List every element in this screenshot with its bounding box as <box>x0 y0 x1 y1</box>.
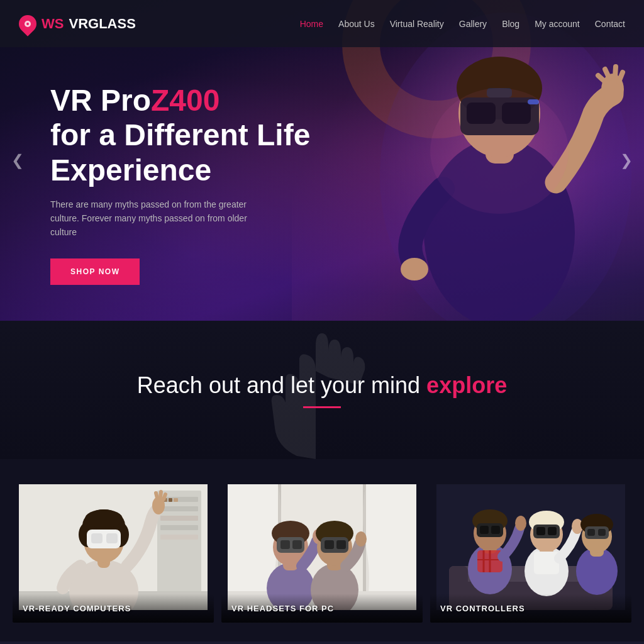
svg-rect-38 <box>91 533 103 543</box>
card-vr-headsets[interactable]: VR HEADSETS FOR PC <box>221 472 423 623</box>
svg-rect-25 <box>160 535 198 540</box>
hero-title-line3: Experience <box>50 153 211 187</box>
hero-title-accent: Z400 <box>151 84 219 117</box>
svg-line-16 <box>619 72 623 82</box>
card1-overlay: VR-READY COMPUTERS <box>13 594 214 623</box>
svg-point-36 <box>85 509 123 528</box>
main-nav: Home About Us Virtual Reality Gallery Bl… <box>300 19 625 29</box>
svg-rect-62 <box>325 540 334 549</box>
svg-line-41 <box>156 493 157 498</box>
middle-headline-plain: Reach out and let your mind <box>137 372 420 398</box>
svg-rect-23 <box>160 516 198 521</box>
svg-rect-87 <box>534 552 559 574</box>
logo-brand-text: VRGLASS <box>69 16 135 32</box>
svg-rect-90 <box>548 527 557 535</box>
slider-prev-button[interactable]: ❮ <box>5 145 30 175</box>
svg-point-18 <box>430 88 569 214</box>
slider-next-button[interactable]: ❯ <box>614 145 639 175</box>
nav-home[interactable]: Home <box>300 19 323 29</box>
card1-title: VR-READY COMPUTERS <box>23 604 131 613</box>
svg-rect-80 <box>491 526 500 534</box>
svg-rect-22 <box>160 506 198 511</box>
card2-title: VR HEADSETS FOR PC <box>231 604 334 613</box>
svg-rect-24 <box>160 525 198 530</box>
svg-rect-55 <box>292 540 302 549</box>
svg-point-64 <box>355 531 367 547</box>
card3-overlay: VR CONTROLLERS <box>430 594 631 623</box>
cards-section: VR-READY COMPUTERS <box>0 459 644 641</box>
nav-contact[interactable]: Contact <box>595 19 625 29</box>
hero-title: VR ProZ400 for a Different Life Experien… <box>50 83 310 187</box>
logo[interactable]: WS VRGLASS <box>19 15 136 33</box>
nav-about[interactable]: About Us <box>338 19 375 29</box>
nav-gallery[interactable]: Gallery <box>459 19 487 29</box>
nav-vr[interactable]: Virtual Reality <box>390 19 444 29</box>
card3-title: VR CONTROLLERS <box>440 604 525 613</box>
nav-account[interactable]: My account <box>535 19 580 29</box>
logo-icon <box>15 11 40 36</box>
middle-section: Reach out and let your mind explore <box>0 321 644 459</box>
svg-line-15 <box>615 67 616 77</box>
svg-rect-79 <box>480 526 489 534</box>
svg-rect-98 <box>598 529 606 536</box>
card2-overlay: VR HEADSETS FOR PC <box>221 594 423 623</box>
hero-content: VR ProZ400 for a Different Life Experien… <box>0 36 310 285</box>
svg-rect-27 <box>169 498 172 502</box>
svg-rect-28 <box>174 498 178 502</box>
logo-ws-text: WS <box>42 16 64 32</box>
shop-now-button[interactable]: SHOP NOW <box>50 258 140 285</box>
header: WS VRGLASS Home About Us Virtual Reality… <box>0 0 644 47</box>
hero-title-line2: for a Different Life <box>50 118 310 152</box>
card1-illustration <box>19 484 208 610</box>
hero-person-area <box>292 0 644 321</box>
svg-rect-63 <box>336 540 346 549</box>
hero-title-line1: VR Pro <box>50 84 151 117</box>
card-vr-computers[interactable]: VR-READY COMPUTERS <box>13 472 214 623</box>
hero-person-svg <box>292 0 644 321</box>
svg-rect-97 <box>587 529 595 536</box>
hero-section: VR ProZ400 for a Different Life Experien… <box>0 0 644 321</box>
svg-line-43 <box>164 494 165 499</box>
card2-illustration <box>228 484 416 610</box>
middle-headline: Reach out and let your mind explore <box>137 372 507 399</box>
middle-divider <box>303 406 341 408</box>
svg-line-42 <box>160 492 161 497</box>
card3-illustration <box>436 484 625 610</box>
nav-blog[interactable]: Blog <box>502 19 519 29</box>
svg-rect-89 <box>536 527 545 535</box>
svg-point-81 <box>515 516 526 531</box>
card-vr-controllers[interactable]: VR CONTROLLERS <box>430 472 631 623</box>
svg-rect-39 <box>106 533 118 543</box>
svg-rect-54 <box>280 540 290 549</box>
hero-subtitle: There are many myths passed on from the … <box>50 197 264 240</box>
svg-point-13 <box>401 258 428 280</box>
middle-headline-accent: explore <box>426 372 507 398</box>
